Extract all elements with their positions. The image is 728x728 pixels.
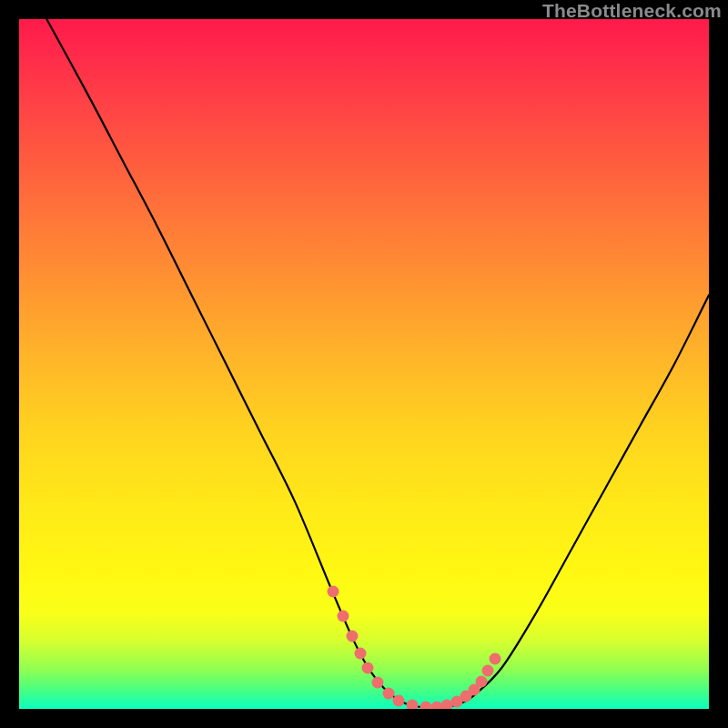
bottleneck-dot <box>392 694 404 706</box>
bottleneck-dot <box>482 665 494 677</box>
bottleneck-dot <box>327 586 339 598</box>
bottleneck-dot <box>372 677 384 689</box>
bottleneck-dot <box>490 653 501 665</box>
attribution-text: TheBottleneck.com <box>542 0 722 22</box>
bottleneck-dot <box>347 631 359 642</box>
chart-stage: TheBottleneck.com <box>0 0 728 728</box>
bottleneck-dot <box>338 610 349 622</box>
plot-area <box>19 19 709 709</box>
bottleneck-dot <box>355 648 367 660</box>
bottleneck-curve <box>19 19 709 709</box>
bottleneck-dot <box>475 675 487 687</box>
bottleneck-dot <box>407 700 419 709</box>
bottleneck-dot <box>361 662 373 673</box>
